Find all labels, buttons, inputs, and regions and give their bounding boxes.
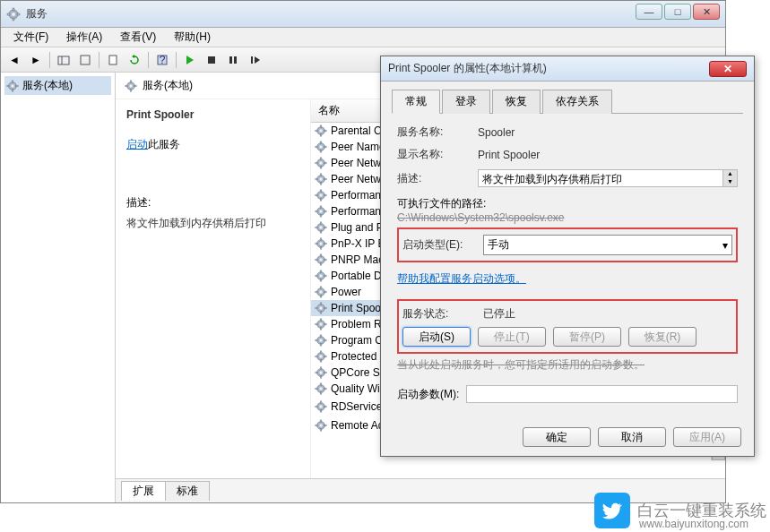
detail-button[interactable] [75,50,95,70]
menu-help[interactable]: 帮助(H) [165,28,220,47]
service-name-label: 服务名称: [397,124,478,140]
start-svc-button[interactable] [180,50,200,70]
start-button[interactable]: 启动(S) [402,327,471,347]
dialog-tabs: 常规 登录 恢复 依存关系 [392,89,743,114]
ok-button[interactable]: 确定 [523,427,591,447]
tab-extended[interactable]: 扩展 [121,481,166,501]
status-value: 已停止 [483,306,732,322]
spin-up[interactable]: ▲ [722,170,737,178]
desc-label: 描述: [397,171,478,186]
properties-dialog: Print Spooler 的属性(本地计算机) ✕ 常规 登录 恢复 依存关系… [380,56,755,457]
tab-deps[interactable]: 依存关系 [542,90,612,114]
service-name-heading: Print Spooler [126,108,299,121]
gear-icon [315,253,327,266]
forward-button[interactable]: ► [26,50,46,70]
menu-file[interactable]: 文件(F) [4,28,57,47]
desc-text: 将文件加载到内存供稍后打印 [126,216,299,231]
gear-icon [315,173,327,185]
export-button[interactable] [103,50,123,70]
pause-svc-button[interactable] [223,50,243,70]
help-button[interactable]: ? [152,50,172,70]
window-title: 服务 [26,6,720,21]
spin-down[interactable]: ▼ [722,178,737,186]
desc-value: 将文件加载到内存供稍后打印 [482,173,622,185]
gear-icon [315,302,327,314]
hint-text: 当从此处启动服务时，您可指定所适用的启动参数。 [397,357,738,373]
tab-general[interactable]: 常规 [392,90,440,114]
cancel-button[interactable]: 取消 [598,427,666,447]
minimize-button[interactable]: — [636,4,662,20]
detail-header-label: 服务(本地) [143,78,193,93]
help-link[interactable]: 帮助我配置服务启动选项。 [397,271,526,287]
watermark-icon [594,493,630,528]
tree-root-label: 服务(本地) [22,78,73,93]
stop-button[interactable]: 停止(T) [478,327,546,347]
app-icon [6,7,21,21]
svg-rect-13 [229,56,232,64]
back-button[interactable]: ◄ [4,50,24,70]
tab-standard[interactable]: 标准 [165,481,210,501]
tree-root[interactable]: 服务(本地) [4,76,111,95]
gear-icon [315,286,327,298]
show-hide-button[interactable] [54,50,74,70]
desc-label: 描述: [126,195,299,210]
display-name-value: Print Spooler [478,149,738,161]
svg-text:?: ? [160,54,166,66]
gear-icon [315,189,327,202]
gear-icon [315,318,327,330]
gear-icon [315,124,327,137]
gear-icon [315,205,327,218]
dialog-close-button[interactable]: ✕ [709,61,747,77]
tab-recovery[interactable]: 恢复 [492,90,541,114]
close-button[interactable]: ✕ [693,4,720,20]
svg-rect-12 [208,56,215,64]
display-name-label: 显示名称: [397,147,478,162]
restart-svc-button[interactable] [245,50,264,70]
apply-button[interactable]: 应用(A) [673,427,741,447]
svg-rect-6 [58,56,69,64]
gear-icon [315,270,327,282]
startup-type-label: 启动类型(E): [402,237,483,253]
stop-svc-button[interactable] [202,50,221,70]
gear-icon [315,419,327,432]
titlebar: 服务 — □ ✕ [1,1,725,28]
chevron-down-icon: ▾ [722,239,728,252]
resume-button[interactable]: 恢复(R) [628,327,696,347]
maximize-button[interactable]: □ [664,4,691,20]
status-label: 服务状态: [402,306,483,322]
svg-rect-14 [234,56,237,64]
start-service-link[interactable]: 启动 [126,137,148,152]
dialog-titlebar: Print Spooler 的属性(本地计算机) ✕ [381,56,754,82]
svg-rect-8 [81,56,90,64]
svg-rect-9 [109,56,117,64]
startup-type-select[interactable]: 手动 ▾ [483,235,732,255]
menu-view[interactable]: 查看(V) [111,28,165,47]
gear-icon [315,141,327,153]
gear-icon [315,366,327,379]
service-name-value: Spooler [478,126,738,139]
gear-icon [125,80,137,92]
desc-textbox[interactable]: 将文件加载到内存供稍后打印 ▲▼ [478,169,738,187]
refresh-button[interactable] [125,50,144,70]
menu-action[interactable]: 操作(A) [57,28,111,47]
gear-icon [315,237,327,250]
gear-icon [315,350,327,363]
watermark-url: www.baiyunxitong.com [639,518,748,530]
param-label: 启动参数(M): [397,387,459,402]
detail-left: Print Spooler 启动此服务 描述: 将文件加载到内存供稍后打印 [116,99,311,478]
dialog-title: Print Spooler 的属性(本地计算机) [388,61,709,76]
tree-panel: 服务(本地) [1,73,116,502]
gear-icon [315,382,327,395]
exe-path-label: 可执行文件的路径: [397,196,738,211]
startup-type-value: 手动 [488,237,509,253]
startup-type-highlight: 启动类型(E): 手动 ▾ [397,227,738,262]
start-suffix: 此服务 [148,138,180,150]
gear-icon [315,221,327,234]
menubar: 文件(F) 操作(A) 查看(V) 帮助(H) [1,28,725,47]
tab-logon[interactable]: 登录 [442,90,490,114]
gear-icon [6,80,19,92]
pause-button[interactable]: 暂停(P) [553,327,621,347]
param-input[interactable] [466,385,738,403]
service-status-highlight: 服务状态: 已停止 启动(S) 停止(T) 暂停(P) 恢复(R) [397,299,738,354]
gear-icon [315,157,327,169]
